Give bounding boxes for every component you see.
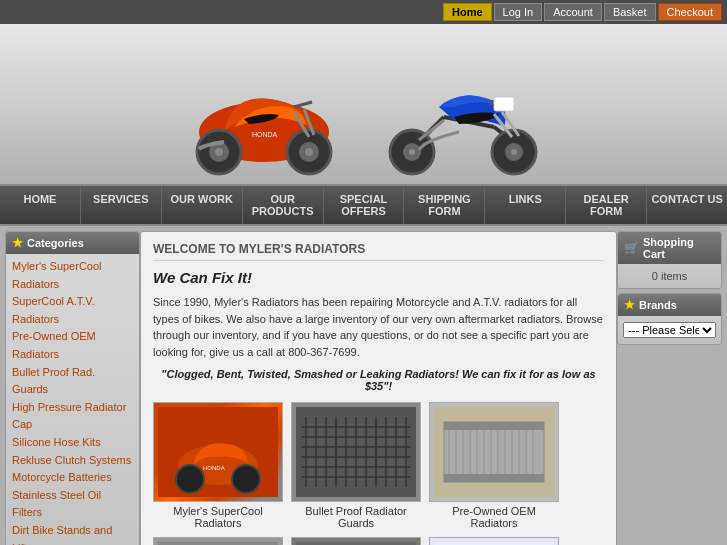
brands-star-icon: ★ (624, 298, 635, 312)
cat-stainless-filters[interactable]: Stainless Steel Oil Filters (12, 487, 133, 522)
cat-rekluse-clutch[interactable]: Rekluse Clutch Systems (12, 452, 133, 470)
promo-text: "Clogged, Bent, Twisted, Smashed or Leak… (153, 368, 604, 392)
hero-motorcycles: HONDA (154, 27, 574, 182)
svg-point-18 (511, 149, 517, 155)
welcome-text: Since 1990, Myler's Radiators has been r… (153, 294, 604, 360)
svg-rect-65 (444, 474, 544, 482)
section-header: WELCOME TO MYLER'S RADIATORS (153, 242, 604, 261)
cat-motorcycle-batteries[interactable]: Motorcycle Batteries (12, 469, 133, 487)
nav-shipping-form[interactable]: SHIPPING FORM (404, 186, 485, 224)
basket-button[interactable]: Basket (604, 3, 656, 21)
svg-point-6 (215, 148, 223, 156)
svg-text:HONDA: HONDA (252, 131, 278, 138)
home-button[interactable]: Home (443, 3, 492, 21)
brands-header: ★ Brands (618, 294, 721, 316)
top-navigation: Home Log In Account Basket Checkout (0, 0, 727, 24)
cat-preowned-oem[interactable]: Pre-Owned OEM Radiators (12, 328, 133, 363)
dirt-motorcycle (364, 62, 564, 177)
main-content: WELCOME TO MYLER'S RADIATORS We Can Fix … (140, 231, 617, 545)
shopping-cart-section: 🛒 Shopping Cart 0 items (617, 231, 722, 289)
cat-silicone-hose[interactable]: Silicone Hose Kits (12, 434, 133, 452)
content-wrapper: ★ Categories Myler's SuperCool Radiators… (0, 226, 727, 545)
svg-rect-50 (444, 422, 544, 482)
brands-section: ★ Brands --- Please Select --- (617, 293, 722, 345)
svg-point-28 (232, 465, 260, 493)
main-navigation: HOME SERVICES OUR WORK OUR PRODUCTS SPEC… (0, 184, 727, 226)
star-icon: ★ (12, 236, 23, 250)
cat-high-pressure-cap[interactable]: High Pressure Radiator Cap (12, 399, 133, 434)
product-item-4 (153, 537, 283, 545)
product-item-2: Bullet Proof Radiator Guards (291, 402, 421, 529)
svg-point-21 (409, 149, 415, 155)
cart-items-count: 0 items (618, 264, 721, 288)
svg-text:HONDA: HONDA (203, 465, 225, 471)
product-grid: HONDA Myler's SuperCool Radiators (153, 402, 604, 529)
categories-section: ★ Categories Myler's SuperCool Radiators… (5, 231, 140, 545)
nav-special-offers[interactable]: SPECIAL OFFERS (324, 186, 405, 224)
product-img-4 (153, 537, 283, 545)
nav-links[interactable]: LINKS (485, 186, 566, 224)
categories-header: ★ Categories (6, 232, 139, 254)
cat-supercool-atv[interactable]: SuperCool A.T.V. Radiators (12, 293, 133, 328)
nav-services[interactable]: SERVICES (81, 186, 162, 224)
cat-supercool-radiators[interactable]: Myler's SuperCool Radiators (12, 258, 133, 293)
svg-line-7 (294, 102, 312, 107)
product-item-3: Pre-Owned OEM Radiators (429, 402, 559, 529)
sidebar-right: 🛒 Shopping Cart 0 items ★ Brands --- Ple… (617, 231, 722, 545)
svg-rect-64 (444, 422, 544, 430)
cat-dirt-bike-stands[interactable]: Dirt Bike Stands and Lifts (12, 522, 133, 545)
product-img-6 (429, 537, 559, 545)
nav-dealer-form[interactable]: DEALER FORM (566, 186, 647, 224)
svg-point-3 (305, 148, 313, 156)
nav-home[interactable]: HOME (0, 186, 81, 224)
product-img-3 (429, 402, 559, 502)
product-img-2 (291, 402, 421, 502)
product-grid-row2 (153, 537, 604, 545)
categories-list: Myler's SuperCool Radiators SuperCool A.… (6, 254, 139, 545)
product-item-5 (291, 537, 421, 545)
account-button[interactable]: Account (544, 3, 602, 21)
product-label-1: Myler's SuperCool Radiators (153, 505, 283, 529)
product-label-3: Pre-Owned OEM Radiators (429, 505, 559, 529)
nav-our-products[interactable]: OUR PRODUCTS (243, 186, 324, 224)
hero-section: HONDA (0, 24, 727, 184)
cart-header: 🛒 Shopping Cart (618, 232, 721, 264)
product-item-1: HONDA Myler's SuperCool Radiators (153, 402, 283, 529)
product-item-6 (429, 537, 559, 545)
login-button[interactable]: Log In (494, 3, 543, 21)
brands-select[interactable]: --- Please Select --- (623, 322, 716, 338)
nav-contact-us[interactable]: CONTACT US (647, 186, 727, 224)
sport-motorcycle: HONDA (164, 57, 364, 177)
product-label-2: Bullet Proof Radiator Guards (291, 505, 421, 529)
sidebar-left: ★ Categories Myler's SuperCool Radiators… (5, 231, 140, 545)
cat-bullet-proof[interactable]: Bullet Proof Rad. Guards (12, 364, 133, 399)
welcome-title: We Can Fix It! (153, 269, 604, 286)
product-img-5 (291, 537, 421, 545)
nav-our-work[interactable]: OUR WORK (162, 186, 243, 224)
cart-icon: 🛒 (624, 241, 639, 255)
svg-rect-25 (494, 97, 514, 111)
checkout-button[interactable]: Checkout (658, 3, 722, 21)
product-img-1: HONDA (153, 402, 283, 502)
svg-point-29 (176, 465, 204, 493)
